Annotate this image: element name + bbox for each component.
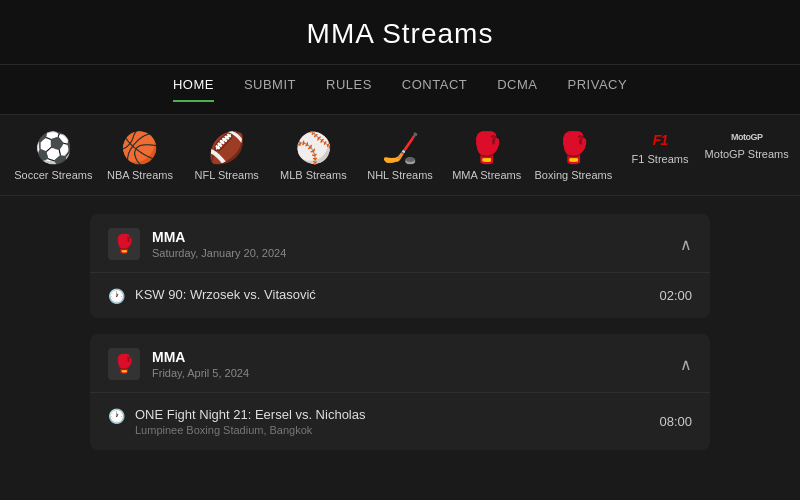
event-sport-icon-1: 🥊: [108, 228, 140, 260]
event-date-1: Saturday, January 20, 2024: [152, 247, 286, 259]
event-toggle-1[interactable]: ∧: [680, 235, 692, 254]
match-left-2: 🕐 ONE Fight Night 21: Eersel vs. Nichola…: [108, 407, 365, 436]
soccer-icon: ⚽: [35, 133, 72, 163]
sport-soccer[interactable]: ⚽ Soccer Streams: [10, 133, 97, 181]
page-header: MMA Streams: [0, 0, 800, 65]
match-left-1: 🕐 KSW 90: Wrzosek vs. Vitasović: [108, 287, 316, 304]
event-header-left-2: 🥊 MMA Friday, April 5, 2024: [108, 348, 249, 380]
nav-home[interactable]: HOME: [173, 77, 214, 102]
nba-icon: 🏀: [121, 133, 158, 163]
sport-nba[interactable]: 🏀 NBA Streams: [97, 133, 184, 181]
f1-icon: F1: [653, 133, 667, 147]
event-title-1: MMA: [152, 229, 286, 245]
nav-submit[interactable]: SUBMIT: [244, 77, 296, 102]
match-row-2: 🕐 ONE Fight Night 21: Eersel vs. Nichola…: [90, 393, 710, 450]
sport-nfl[interactable]: 🏈 NFL Streams: [183, 133, 270, 181]
match-details-2: ONE Fight Night 21: Eersel vs. Nicholas …: [135, 407, 365, 436]
mma-label: MMA Streams: [452, 169, 521, 181]
sport-boxing[interactable]: 🥊 Boxing Streams: [530, 133, 617, 181]
match-name-2: ONE Fight Night 21: Eersel vs. Nicholas: [135, 407, 365, 422]
event-header-left-1: 🥊 MMA Saturday, January 20, 2024: [108, 228, 286, 260]
clock-icon-2: 🕐: [108, 408, 125, 424]
nba-label: NBA Streams: [107, 169, 173, 181]
motogp-icon: MotoGP: [731, 133, 763, 142]
nav-contact[interactable]: CONTACT: [402, 77, 467, 102]
page-title: MMA Streams: [0, 18, 800, 50]
boxing-icon: 🥊: [555, 133, 592, 163]
f1-label: F1 Streams: [632, 153, 689, 165]
event-info-1: MMA Saturday, January 20, 2024: [152, 229, 286, 259]
mlb-icon: ⚾: [295, 133, 332, 163]
event-info-2: MMA Friday, April 5, 2024: [152, 349, 249, 379]
match-row-1: 🕐 KSW 90: Wrzosek vs. Vitasović 02:00: [90, 273, 710, 318]
event-sport-icon-2: 🥊: [108, 348, 140, 380]
sport-mlb[interactable]: ⚾ MLB Streams: [270, 133, 357, 181]
sport-nhl[interactable]: 🏒 NHL Streams: [357, 133, 444, 181]
soccer-label: Soccer Streams: [14, 169, 92, 181]
match-time-2: 08:00: [659, 414, 692, 429]
nhl-icon: 🏒: [382, 133, 419, 163]
sport-f1[interactable]: F1 F1 Streams: [617, 133, 704, 181]
nav-dcma[interactable]: DCMA: [497, 77, 537, 102]
sport-motogp[interactable]: MotoGP MotoGP Streams: [703, 133, 790, 181]
mma-icon: 🥊: [468, 133, 505, 163]
nav-privacy[interactable]: PRIVACY: [568, 77, 628, 102]
nav-rules[interactable]: RULES: [326, 77, 372, 102]
match-time-1: 02:00: [659, 288, 692, 303]
sports-row: ⚽ Soccer Streams 🏀 NBA Streams 🏈 NFL Str…: [0, 115, 800, 196]
match-details-1: KSW 90: Wrzosek vs. Vitasović: [135, 287, 316, 302]
event-card-2: 🥊 MMA Friday, April 5, 2024 ∧ 🕐 ONE Figh…: [90, 334, 710, 450]
boxing-label: Boxing Streams: [535, 169, 613, 181]
event-card-1: 🥊 MMA Saturday, January 20, 2024 ∧ 🕐 KSW…: [90, 214, 710, 318]
event-title-2: MMA: [152, 349, 249, 365]
event-toggle-2[interactable]: ∧: [680, 355, 692, 374]
match-venue-2: Lumpinee Boxing Stadium, Bangkok: [135, 424, 365, 436]
nfl-icon: 🏈: [208, 133, 245, 163]
mlb-label: MLB Streams: [280, 169, 347, 181]
clock-icon-1: 🕐: [108, 288, 125, 304]
nfl-label: NFL Streams: [194, 169, 258, 181]
event-header-1: 🥊 MMA Saturday, January 20, 2024 ∧: [90, 214, 710, 273]
motogp-label: MotoGP Streams: [705, 148, 789, 160]
main-content: 🥊 MMA Saturday, January 20, 2024 ∧ 🕐 KSW…: [0, 196, 800, 496]
sport-mma[interactable]: 🥊 MMA Streams: [443, 133, 530, 181]
nhl-label: NHL Streams: [367, 169, 433, 181]
match-name-1: KSW 90: Wrzosek vs. Vitasović: [135, 287, 316, 302]
event-header-2: 🥊 MMA Friday, April 5, 2024 ∧: [90, 334, 710, 393]
event-date-2: Friday, April 5, 2024: [152, 367, 249, 379]
main-nav: HOME SUBMIT RULES CONTACT DCMA PRIVACY: [0, 65, 800, 115]
